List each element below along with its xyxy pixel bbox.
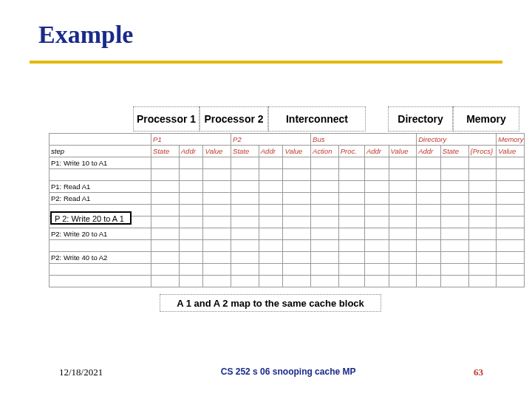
section-interconnect: Interconnect [268, 106, 366, 132]
hdr-bus: Bus [311, 134, 417, 146]
table-row [50, 264, 525, 276]
group-header-row: P1 P2 Bus Directory Memory [50, 134, 525, 146]
caption-box: A 1 and A 2 map to the same cache block [160, 294, 381, 312]
table-row: P2: Read A1 [50, 193, 525, 205]
hdr-step: step [50, 146, 151, 157]
hdr-p1: P1 [151, 134, 231, 146]
section-memory: Memory [453, 106, 519, 132]
hdr-mem: Memory [497, 134, 525, 146]
table-row: P2: Write 20 to A1 [50, 228, 525, 240]
section-headers: Processor 1 Processor 2 Interconnect Dir… [133, 106, 523, 132]
section-p1: Processor 1 [133, 106, 200, 132]
slide-footer: 12/18/2021 CS 252 s 06 snooping cache MP… [0, 366, 532, 378]
column-header-row: step StateAddrValue StateAddrValue Actio… [50, 146, 525, 157]
hdr-p2: P2 [231, 134, 311, 146]
table-row: P1: Write 10 to A1 [50, 157, 525, 169]
table-row [50, 240, 525, 252]
table-row: P2: Write 40 to A2 [50, 252, 525, 264]
highlighted-step-box: P 2: Write 20 to A 1 [50, 211, 132, 225]
page-title: Example [38, 21, 133, 49]
title-rule [30, 61, 502, 64]
footer-page: 63 [474, 366, 483, 378]
trace-table: P1 P2 Bus Directory Memory step StateAdd… [49, 133, 525, 287]
section-directory: Directory [388, 106, 453, 132]
footer-date: 12/18/2021 [59, 366, 103, 378]
section-gap [366, 106, 388, 132]
footer-course: CS 252 s 06 snooping cache MP [221, 366, 356, 378]
hdr-dir: Directory [417, 134, 497, 146]
table-row: P1: Read A1 [50, 181, 525, 193]
section-p2: Processor 2 [200, 106, 268, 132]
table-row [50, 276, 525, 287]
table-row [50, 169, 525, 181]
